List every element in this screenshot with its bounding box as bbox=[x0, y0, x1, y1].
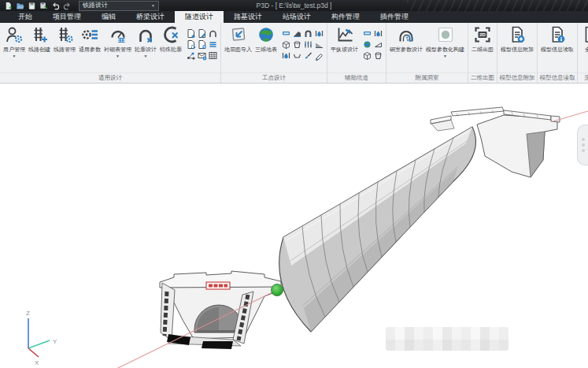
terrain-3d-button[interactable]: 三维地表 bbox=[253, 24, 279, 71]
undo-button[interactable] bbox=[50, 1, 61, 10]
save-as-button[interactable] bbox=[39, 1, 49, 10]
ramp-icon[interactable] bbox=[313, 39, 324, 50]
parametric-model-build-button[interactable]: 模型参数化构建▼ bbox=[424, 24, 466, 71]
workspace-selector[interactable]: 铁路设计 ▼ bbox=[79, 1, 159, 11]
mail-export-icon[interactable] bbox=[196, 50, 207, 61]
ribbon-group-label: 通用设计 bbox=[0, 72, 220, 83]
button-label: 平纵坡设计 bbox=[331, 46, 358, 54]
ribbon-group-4: 2D二维出图二维出图 bbox=[468, 23, 497, 83]
drop-bars-icon[interactable] bbox=[372, 28, 383, 39]
ribbon-group-label: 二维出图 bbox=[468, 72, 497, 83]
button-label: 模型信息附加 bbox=[501, 46, 534, 54]
magnet-arch-icon[interactable] bbox=[302, 28, 313, 39]
button-label: 二维出图 bbox=[472, 46, 494, 54]
slope-icon[interactable] bbox=[291, 28, 302, 39]
chamber-parameter-design-button[interactable]: 硐室参数设计 bbox=[388, 24, 424, 71]
menu-tab-component-management[interactable]: 构件管理 bbox=[321, 11, 370, 23]
box-3d-icon[interactable] bbox=[280, 39, 291, 50]
side-panel-tab[interactable] bbox=[577, 125, 588, 165]
rect-blue-icon[interactable] bbox=[280, 28, 291, 39]
slope-chart-icon bbox=[335, 25, 354, 44]
bars-blue-icon[interactable] bbox=[207, 39, 218, 50]
watermark-mosaic bbox=[386, 327, 508, 351]
redo-button[interactable] bbox=[62, 1, 72, 10]
ribbon-group-6: 模型信息读取模型信息读取 bbox=[538, 23, 578, 83]
menu-tab-subgrade-design[interactable]: 路基设计 bbox=[224, 11, 272, 23]
model-scene[interactable]: Z Y X bbox=[0, 84, 588, 368]
lining-table-management-button[interactable]: 衬砌表管理▼ bbox=[102, 24, 133, 71]
chevron-down-icon: ▼ bbox=[443, 54, 447, 58]
ribbon-group-label: 模型信息读取 bbox=[538, 72, 577, 83]
arch-small-icon[interactable] bbox=[207, 28, 218, 39]
tray-icon[interactable] bbox=[291, 50, 302, 61]
full-section-button[interactable]: 全断 bbox=[579, 24, 588, 71]
ribbon-group-1: 地层图导入三维地表工点设计 bbox=[221, 23, 327, 83]
special-profile-button[interactable]: 特殊轮廓 bbox=[158, 24, 183, 71]
profile-design-button[interactable]: 轮廓设计▼ bbox=[133, 24, 158, 71]
viewport-3d[interactable]: Z Y X bbox=[0, 84, 588, 368]
station-marker[interactable] bbox=[272, 284, 283, 296]
menu-tab-tunnel-design[interactable]: 隧道设计 bbox=[175, 11, 224, 23]
box-3d-icon[interactable] bbox=[361, 50, 372, 61]
line-management-button[interactable]: 线路管理 bbox=[52, 24, 77, 71]
ribbon-group-label: 辅助坑道 bbox=[327, 72, 386, 83]
small-tool-grid bbox=[361, 28, 383, 61]
workspace-selector-value: 铁路设计 bbox=[83, 2, 108, 9]
model-info-read-button[interactable]: 模型信息读取 bbox=[539, 24, 575, 71]
import-layer-icon bbox=[229, 25, 248, 44]
user-management-button[interactable]: 用户管理▼ bbox=[2, 24, 27, 71]
menu-tab-plugin-management[interactable]: 插件管理 bbox=[370, 11, 419, 23]
model-info-attach-button[interactable]: 模型信息附加 bbox=[499, 24, 535, 71]
portal-plaque bbox=[206, 282, 230, 289]
doc-plus-icon[interactable] bbox=[185, 28, 196, 39]
bucket-icon[interactable] bbox=[372, 50, 383, 61]
menu-tab-station-design[interactable]: 站场设计 bbox=[272, 11, 321, 23]
chevron-down-icon: ▼ bbox=[151, 2, 155, 9]
special-profile-icon bbox=[161, 25, 180, 44]
slope-design-button[interactable]: 平纵坡设计 bbox=[329, 24, 360, 71]
globe-small-icon[interactable] bbox=[361, 39, 372, 50]
track-plus-icon bbox=[30, 25, 49, 44]
x-axis bbox=[28, 348, 39, 357]
chevron-down-icon: ▼ bbox=[144, 54, 148, 58]
ribbon-toolbar: 用户管理▼线路创建线路管理通用参数衬砌表管理▼轮廓设计▼特殊轮廓通用设计地层图导… bbox=[0, 23, 588, 84]
valves-icon[interactable] bbox=[302, 39, 313, 50]
bucket-icon[interactable] bbox=[291, 39, 302, 50]
ribbon-group-label: 附属洞室 bbox=[386, 72, 468, 83]
export-2d-button[interactable]: 2D二维出图 bbox=[470, 24, 495, 71]
tunnel-barrel[interactable] bbox=[279, 127, 476, 332]
open-folder-button[interactable] bbox=[15, 1, 25, 10]
new-file-button[interactable] bbox=[3, 1, 13, 10]
menu-tab-bridge-design[interactable]: 桥梁设计 bbox=[126, 11, 175, 23]
y-axis bbox=[28, 340, 50, 348]
track-gear-icon bbox=[55, 25, 74, 44]
menu-tab-start[interactable]: 开始 bbox=[8, 11, 43, 23]
line-create-button[interactable]: 线路创建 bbox=[27, 24, 52, 71]
menu-tab-edit[interactable]: 编辑 bbox=[91, 11, 126, 23]
menu-tab-project-management[interactable]: 项目管理 bbox=[43, 11, 91, 23]
brush-icon[interactable] bbox=[302, 50, 313, 61]
button-label: 模型信息读取 bbox=[541, 46, 574, 54]
table-grid-icon[interactable] bbox=[207, 50, 218, 61]
quick-access-toolbar bbox=[0, 1, 72, 10]
save-file-button[interactable] bbox=[27, 1, 37, 10]
drop-bars-icon[interactable] bbox=[280, 50, 291, 61]
doc-add-icon[interactable] bbox=[196, 39, 207, 50]
gear-params-icon bbox=[80, 25, 99, 44]
drop-bars-icon[interactable] bbox=[313, 28, 324, 39]
molecule-icon[interactable] bbox=[185, 50, 196, 61]
globe-icon bbox=[257, 25, 276, 44]
pencil-icon[interactable] bbox=[313, 50, 324, 61]
doc-edit-icon[interactable] bbox=[196, 28, 207, 39]
button-label: 线路管理 bbox=[54, 46, 76, 54]
stratum-map-import-button[interactable]: 地层图导入 bbox=[223, 24, 253, 71]
button-label: 模型参数化构建 bbox=[426, 46, 464, 54]
axis-triad: Z Y X bbox=[26, 310, 57, 366]
general-parameters-button[interactable]: 通用参数 bbox=[77, 24, 102, 71]
rect-blue-icon[interactable] bbox=[361, 28, 372, 39]
wedge-icon[interactable] bbox=[372, 39, 383, 50]
doc-clip-icon bbox=[581, 25, 588, 44]
button-label: 全断 bbox=[585, 46, 588, 54]
tunnel-portal-near[interactable] bbox=[160, 271, 281, 349]
doc-gear-icon[interactable] bbox=[185, 39, 196, 50]
